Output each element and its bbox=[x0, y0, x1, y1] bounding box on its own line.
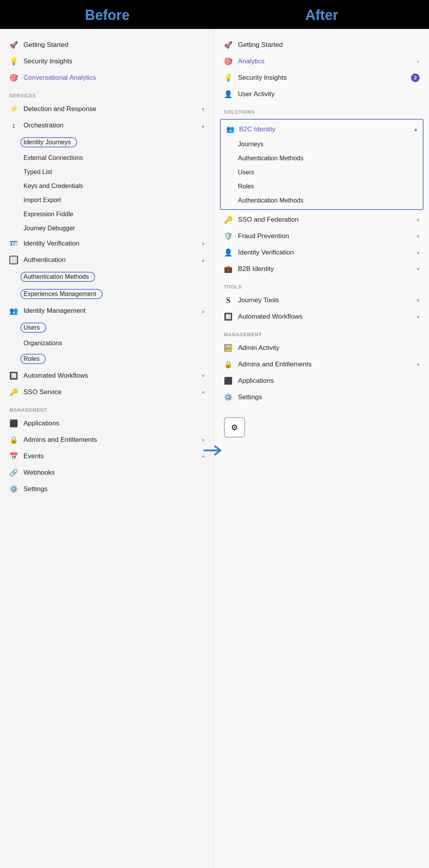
after-applications[interactable]: ⬛ Applications bbox=[214, 373, 429, 389]
chevron-down-icon: ▾ bbox=[417, 250, 420, 256]
sidebar-item-import-export[interactable]: Import Export bbox=[0, 193, 214, 207]
id-icon: 🪪 bbox=[9, 239, 18, 248]
b2c-sub-auth-methods-2[interactable]: Authentication Methods bbox=[221, 194, 423, 208]
sidebar-item-expression-fiddle[interactable]: Expression Fiddle bbox=[0, 207, 214, 221]
sidebar-item-auth-methods[interactable]: Authentication Methods bbox=[0, 268, 214, 285]
arrow-container bbox=[203, 445, 226, 458]
rocket-icon: 🚀 bbox=[9, 41, 18, 49]
chevron-up-icon: ▴ bbox=[202, 123, 205, 129]
after-getting-started[interactable]: 🚀 Getting Started bbox=[214, 37, 429, 53]
b2c-sub-users[interactable]: Users bbox=[221, 165, 423, 179]
after-sso-federation[interactable]: 🔑 SSO and Federation ▾ bbox=[214, 212, 429, 228]
sidebar-item-authentication[interactable]: ⬜ Authentication ▴ bbox=[0, 252, 214, 268]
sidebar-item-experiences-mgmt[interactable]: Experiences Management bbox=[0, 285, 214, 303]
sidebar-item-external-connections[interactable]: External Connections bbox=[0, 151, 214, 165]
circle-label: Experiences Management bbox=[20, 289, 103, 299]
sidebar-item-label: Applications bbox=[23, 420, 205, 427]
sidebar-item-admins-entitlements[interactable]: 🔒 Admins and Entitlements ▾ bbox=[0, 432, 214, 448]
sidebar-item-typed-list[interactable]: Typed List bbox=[0, 165, 214, 179]
before-panel: 🚀 Getting Started 💡 Security Insights 🎯 … bbox=[0, 29, 214, 868]
sidebar-item-users[interactable]: Users bbox=[0, 319, 214, 336]
sidebar-item-detection[interactable]: ⚡ Detection and Response ▾ bbox=[0, 101, 214, 117]
sidebar-item-orchestration[interactable]: ↕ Orchestration ▴ bbox=[0, 117, 214, 134]
sidebar-item-journey-debugger[interactable]: Journey Debugger bbox=[0, 221, 214, 235]
shield-icon: 🛡️ bbox=[224, 232, 233, 240]
filter-settings-button[interactable]: ⚙ bbox=[224, 417, 245, 438]
analytics-icon: 🎯 bbox=[224, 57, 233, 66]
apps-icon: ⬛ bbox=[224, 377, 233, 385]
management-section-label-after: MANAGEMENT bbox=[214, 325, 429, 340]
top-bar: Before After bbox=[0, 0, 429, 29]
after-admin-activity[interactable]: 🖼️ Admin Activity bbox=[214, 340, 429, 356]
solutions-section-label: SOLUTIONS bbox=[214, 102, 429, 117]
sidebar-item-identity-verification[interactable]: 🪪 Identity Verification ▾ bbox=[0, 235, 214, 252]
b2c-identity-header[interactable]: 👥 B2C Identity ▴ bbox=[221, 121, 423, 137]
after-panel: 🚀 Getting Started 🎯 Analytics ▾ 💡 Securi… bbox=[214, 29, 429, 868]
workflows-icon: 🔲 bbox=[9, 371, 18, 380]
after-settings[interactable]: ⚙️ Settings bbox=[214, 389, 429, 405]
sidebar-item-webhooks[interactable]: 🔗 Webhooks bbox=[0, 464, 214, 481]
sidebar-item-getting-started[interactable]: 🚀 Getting Started bbox=[0, 37, 214, 53]
sidebar-item-label: Authentication bbox=[23, 256, 196, 264]
sidebar-item-label: SSO and Federation bbox=[238, 216, 411, 224]
identity-mgmt-icon: 👥 bbox=[9, 307, 18, 315]
sidebar-item-label: Fraud Prevention bbox=[238, 232, 411, 240]
services-section-label: SERVICES bbox=[0, 86, 214, 101]
lightbulb-icon: 💡 bbox=[9, 57, 18, 66]
sliders-icon: ⚙ bbox=[231, 423, 238, 432]
sidebar-item-security-insights[interactable]: 💡 Security Insights bbox=[0, 53, 214, 70]
settings-icon: ⚙️ bbox=[224, 393, 233, 402]
workflows-icon: 🔲 bbox=[224, 312, 233, 321]
sidebar-item-applications[interactable]: ⬛ Applications bbox=[0, 415, 214, 432]
sidebar-item-label: Automated Workflows bbox=[23, 372, 196, 380]
before-label: Before bbox=[0, 7, 214, 23]
chevron-down-icon: ▾ bbox=[417, 314, 420, 320]
sidebar-item-identity-journeys[interactable]: Identity Journeys bbox=[0, 134, 214, 151]
after-automated-workflows[interactable]: 🔲 Automated Workflows ▾ bbox=[214, 308, 429, 325]
circle-label: Identity Journeys bbox=[20, 137, 77, 147]
admin-icon: 🖼️ bbox=[224, 344, 233, 352]
sidebar-item-label: SSO Service bbox=[23, 388, 196, 396]
after-user-activity[interactable]: 👤 User Activity bbox=[214, 86, 429, 102]
sidebar-item-automated-workflows[interactable]: 🔲 Automated Workflows ▾ bbox=[0, 368, 214, 384]
sidebar-item-label: Conversational Analytics bbox=[23, 74, 205, 82]
after-admins-entitlements[interactable]: 🔒 Admins and Entitlements ▾ bbox=[214, 356, 429, 373]
after-analytics[interactable]: 🎯 Analytics ▾ bbox=[214, 53, 429, 70]
sidebar-item-sso-service[interactable]: 🔑 SSO Service ▾ bbox=[0, 384, 214, 400]
orchestration-icon: ↕ bbox=[9, 121, 18, 130]
sidebar-item-label: Getting Started bbox=[238, 41, 420, 49]
sidebar-item-label: Security Insights bbox=[238, 74, 406, 82]
sidebar-item-settings[interactable]: ⚙️ Settings bbox=[0, 481, 214, 497]
briefcase-icon: 💼 bbox=[224, 265, 233, 273]
rocket-icon: 🚀 bbox=[224, 41, 233, 49]
b2c-sub-roles[interactable]: Roles bbox=[221, 179, 423, 194]
b2c-label: B2C Identity bbox=[239, 126, 276, 133]
after-fraud-prevention[interactable]: 🛡️ Fraud Prevention ▾ bbox=[214, 228, 429, 244]
sidebar-item-label: Webhooks bbox=[23, 469, 205, 477]
sidebar-item-label: Automated Workflows bbox=[238, 313, 411, 321]
flash-icon: ⚡ bbox=[9, 105, 18, 113]
sidebar-item-label: Identity Verification bbox=[23, 240, 196, 247]
chevron-up-icon: ▴ bbox=[202, 257, 205, 263]
b2c-sub-journeys[interactable]: Journeys bbox=[221, 137, 423, 151]
after-journey-tools[interactable]: S Journey Tools ▾ bbox=[214, 292, 429, 308]
sidebar-item-label: Analytics bbox=[238, 57, 411, 65]
sidebar-item-keys-credentials[interactable]: Keys and Credentials bbox=[0, 179, 214, 193]
sidebar-item-label: Orchestration bbox=[23, 122, 196, 129]
key-icon: 🔑 bbox=[9, 388, 18, 396]
sidebar-item-conversational-analytics[interactable]: 🎯 Conversational Analytics bbox=[0, 70, 214, 86]
after-b2b-identity[interactable]: 💼 B2B Identity ▾ bbox=[214, 261, 429, 277]
sidebar-item-roles[interactable]: Roles bbox=[0, 350, 214, 368]
chevron-down-icon: ▾ bbox=[202, 373, 205, 379]
sidebar-item-organizations[interactable]: Organizations bbox=[0, 336, 214, 350]
sidebar-item-events[interactable]: 📅 Events ▾ bbox=[0, 448, 214, 464]
b2c-sub-auth-methods-1[interactable]: Authentication Methods bbox=[221, 151, 423, 165]
sidebar-item-identity-management[interactable]: 👥 Identity Management ▴ bbox=[0, 303, 214, 319]
sidebar-item-label: Security Insights bbox=[23, 57, 205, 65]
after-label: After bbox=[214, 7, 429, 23]
chevron-down-icon: ▾ bbox=[417, 266, 420, 272]
sidebar-item-label: Settings bbox=[238, 393, 420, 401]
after-identity-verification[interactable]: 👤 Identity Verification ▾ bbox=[214, 244, 429, 261]
sidebar-item-label: Admins and Entitlements bbox=[23, 436, 196, 444]
after-security-insights[interactable]: 💡 Security Insights 2 bbox=[214, 70, 429, 86]
